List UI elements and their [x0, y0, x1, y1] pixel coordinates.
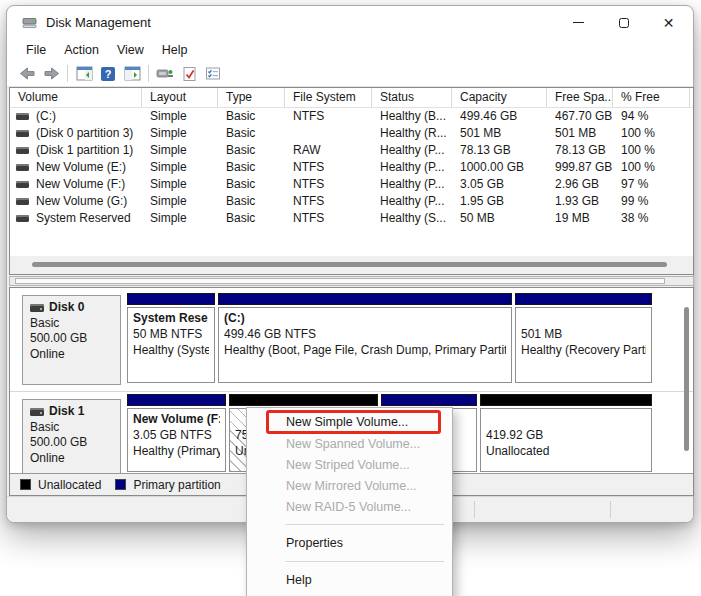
horizontal-scrollbar[interactable] — [9, 276, 694, 286]
horizontal-scrollbar-thumb[interactable] — [15, 278, 665, 284]
table-row[interactable]: System ReservedSimpleBasicNTFSHealthy (S… — [10, 210, 693, 227]
table-row[interactable]: New Volume (G:)SimpleBasicNTFSHealthy (P… — [10, 193, 693, 210]
menu-item-new-simple-volume[interactable]: New Simple Volume... — [247, 410, 452, 434]
table-cell: 3.05 GB — [452, 176, 547, 193]
disk-row-divider — [10, 391, 693, 392]
column-header-status[interactable]: Status — [372, 88, 452, 107]
table-cell: New Volume (F:) — [10, 176, 142, 193]
table-cell: Simple — [142, 159, 218, 176]
disk-type: Basic — [30, 316, 113, 332]
legend-item-primary-partition: Primary partition — [115, 478, 220, 492]
table-cell: 100 % — [613, 159, 690, 176]
menu-item-new-raid-5-volume: New RAID-5 Volume... — [247, 497, 452, 518]
desktop: Disk Management ✕ File Action View Help — [0, 0, 701, 596]
table-cell: 38 % — [613, 210, 690, 227]
menu-item-new-mirrored-volume: New Mirrored Volume... — [247, 476, 452, 497]
menu-item-help[interactable]: Help — [247, 568, 452, 592]
partition-info-box: 419.92 GBUnallocated — [480, 408, 652, 472]
partition-color-bar — [229, 394, 378, 406]
menu-help[interactable]: Help — [153, 41, 197, 59]
volume-icon — [16, 164, 29, 171]
table-cell: Simple — [142, 176, 218, 193]
disk-0-row: Disk 0 Basic 500.00 GB Online System Res… — [10, 293, 679, 390]
close-button[interactable]: ✕ — [646, 6, 691, 39]
maximize-button[interactable] — [601, 6, 646, 39]
splitter-handle[interactable] — [32, 262, 667, 267]
partition-color-bar — [127, 394, 226, 406]
partition-primary[interactable]: (C:)499.46 GB NTFSHealthy (Boot, Page Fi… — [218, 293, 512, 383]
partition-primary[interactable]: System Rese50 MB NTFSHealthy (Syste — [127, 293, 215, 383]
table-cell: Basic — [218, 108, 285, 125]
vertical-scrollbar[interactable] — [682, 293, 691, 473]
back-icon[interactable] — [15, 63, 39, 84]
status-bar-divider — [474, 501, 475, 518]
partition-text-line: Healthy (Syste — [133, 342, 209, 358]
volume-table-body: (C:)SimpleBasicNTFSHealthy (B...499.46 G… — [10, 108, 693, 227]
column-header-type[interactable]: Type — [218, 88, 285, 107]
table-cell: 1.93 GB — [547, 193, 613, 210]
disk-type: Basic — [30, 420, 113, 436]
close-icon: ✕ — [663, 16, 675, 30]
disk-0-partitions: System Rese50 MB NTFSHealthy (Syste(C:)4… — [127, 293, 652, 390]
table-cell — [285, 125, 372, 142]
export-icon[interactable] — [153, 63, 177, 84]
column-header-free-space[interactable]: Free Spa... — [547, 88, 613, 107]
column-header-layout[interactable]: Layout — [142, 88, 218, 107]
help-icon[interactable]: ? — [96, 63, 120, 84]
table-row[interactable]: (C:)SimpleBasicNTFSHealthy (B...499.46 G… — [10, 108, 693, 125]
show-console-tree-icon[interactable] — [72, 63, 96, 84]
column-header-volume[interactable]: Volume — [10, 88, 142, 107]
minimize-icon — [573, 22, 584, 23]
vertical-scrollbar-thumb[interactable] — [684, 307, 689, 451]
table-cell: 999.87 GB — [547, 159, 613, 176]
partition-primary[interactable]: New Volume (F:3.05 GB NTFSHealthy (Prima… — [127, 394, 226, 472]
menu-item-new-spanned-volume: New Spanned Volume... — [247, 434, 452, 455]
table-cell: 499.46 GB — [452, 108, 547, 125]
menu-file[interactable]: File — [17, 41, 55, 59]
table-cell: (C:) — [10, 108, 142, 125]
partition-primary[interactable]: 501 MBHealthy (Recovery Partit — [515, 293, 652, 383]
minimize-button[interactable] — [556, 6, 601, 39]
partition-unallocated[interactable]: 419.92 GBUnallocated — [480, 394, 652, 472]
pane-splitter[interactable] — [10, 256, 693, 274]
volume-icon — [16, 113, 29, 120]
table-row[interactable]: (Disk 1 partition 1)SimpleBasicRAWHealth… — [10, 142, 693, 159]
menu-separator — [285, 524, 444, 525]
toolbar-separator — [148, 65, 149, 82]
partition-info-box: 501 MBHealthy (Recovery Partit — [515, 307, 652, 383]
partition-color-bar — [127, 293, 215, 305]
disk-size: 500.00 GB — [30, 435, 113, 451]
table-row[interactable]: New Volume (E:)SimpleBasicNTFSHealthy (P… — [10, 159, 693, 176]
forward-icon[interactable] — [39, 63, 63, 84]
column-header-capacity[interactable]: Capacity — [452, 88, 547, 107]
toolbar: ? — [15, 61, 693, 86]
menu-item-properties[interactable]: Properties — [247, 531, 452, 555]
table-cell: Simple — [142, 210, 218, 227]
table-cell: RAW — [285, 142, 372, 159]
volume-icon — [16, 130, 29, 137]
partition-text-line: Unallocated — [486, 443, 646, 459]
disk-name: Disk 1 — [49, 404, 84, 420]
toolbar-separator — [67, 65, 68, 82]
partition-text-line: 501 MB — [521, 326, 646, 342]
volume-table-header: Volume Layout Type File System Status Ca… — [10, 88, 693, 108]
show-action-pane-icon[interactable] — [120, 63, 144, 84]
menu-action[interactable]: Action — [55, 41, 108, 59]
partition-info-box: New Volume (F:3.05 GB NTFSHealthy (Prima… — [127, 408, 226, 472]
menu-view[interactable]: View — [108, 41, 153, 59]
table-row[interactable]: New Volume (F:)SimpleBasicNTFSHealthy (P… — [10, 176, 693, 193]
table-cell: 467.70 GB — [547, 108, 613, 125]
partition-text-line: 3.05 GB NTFS — [133, 427, 220, 443]
properties-list-icon[interactable] — [201, 63, 225, 84]
validate-check-icon[interactable] — [177, 63, 201, 84]
disk-1-label[interactable]: Disk 1 Basic 500.00 GB Online — [22, 399, 121, 474]
table-row[interactable]: (Disk 0 partition 3)SimpleBasicHealthy (… — [10, 125, 693, 142]
table-cell: 78.13 GB — [547, 142, 613, 159]
context-menu: New Simple Volume...New Spanned Volume..… — [246, 407, 453, 596]
table-cell: Simple — [142, 142, 218, 159]
column-header-file-system[interactable]: File System — [285, 88, 372, 107]
volume-icon — [16, 215, 29, 222]
table-cell: Healthy (P... — [372, 176, 452, 193]
disk-0-label[interactable]: Disk 0 Basic 500.00 GB Online — [22, 295, 121, 385]
column-header-percent-free[interactable]: % Free — [613, 88, 690, 107]
